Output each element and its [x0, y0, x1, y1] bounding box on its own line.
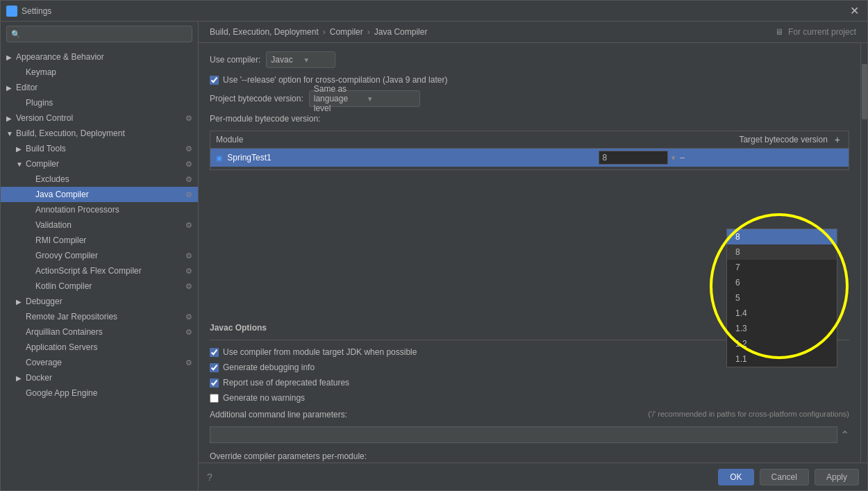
- dropdown-arrow-icon[interactable]: ▼: [669, 154, 676, 162]
- sidebar-item-plugins[interactable]: Plugins: [1, 95, 198, 110]
- arrow-icon: ▶: [16, 298, 26, 306]
- sidebar-item-label: Keymap: [26, 67, 192, 77]
- settings-icon: ⚙: [185, 358, 192, 367]
- sidebar-item-label: Java Compiler: [35, 190, 183, 199]
- javac-option-1-label: Use compiler from module target JDK when…: [223, 347, 417, 357]
- ok-button[interactable]: OK: [718, 469, 753, 485]
- sidebar-item-arquillian[interactable]: Arquillian Containers ⚙: [1, 324, 198, 340]
- footer-buttons: OK Cancel Apply: [718, 469, 859, 485]
- chevron-down-icon: ▼: [303, 56, 331, 64]
- sidebar-tree: ▶ Appearance & Behavior Keymap ▶ Editor …: [1, 47, 198, 490]
- sidebar-item-validation[interactable]: Validation ⚙: [1, 217, 198, 233]
- dropdown-item-1-2[interactable]: 1.2: [727, 336, 837, 351]
- per-module-label: Per-module bytecode version:: [210, 114, 320, 124]
- chevron-down-icon: ▼: [367, 95, 415, 103]
- sidebar-item-version-control[interactable]: ▶ Version Control ⚙: [1, 110, 198, 126]
- javac-option-4-checkbox[interactable]: [210, 394, 219, 403]
- remove-version-button[interactable]: −: [676, 152, 687, 163]
- scrollbar-thumb[interactable]: [862, 64, 867, 119]
- sidebar-item-coverage[interactable]: Coverage ⚙: [1, 355, 198, 370]
- javac-option-1-checkbox[interactable]: [210, 348, 219, 357]
- sidebar-item-keymap[interactable]: Keymap: [1, 65, 198, 80]
- sidebar-item-java-compiler[interactable]: Java Compiler ⚙: [1, 187, 198, 202]
- sidebar-item-label: Arquillian Containers: [26, 327, 183, 337]
- module-col-header: Module: [210, 131, 593, 149]
- sidebar-item-editor[interactable]: ▶ Editor: [1, 80, 198, 95]
- search-input[interactable]: [24, 29, 187, 39]
- search-icon: 🔍: [11, 30, 21, 39]
- sidebar-item-label: Excludes: [35, 174, 183, 184]
- settings-icon: ⚙: [185, 190, 192, 199]
- use-compiler-dropdown[interactable]: Javac ▼: [266, 51, 335, 68]
- help-button[interactable]: ?: [207, 472, 212, 483]
- sidebar-item-label: Groovy Compiler: [35, 251, 183, 260]
- sidebar-item-build-execution[interactable]: ▼ Build, Execution, Deployment: [1, 126, 198, 141]
- settings-icon: ⚙: [185, 251, 192, 260]
- javac-option-3-checkbox[interactable]: [210, 378, 219, 388]
- vertical-scrollbar[interactable]: [860, 43, 867, 463]
- apply-button[interactable]: Apply: [815, 469, 859, 485]
- javac-option-2-checkbox[interactable]: [210, 363, 219, 372]
- sidebar-item-label: Validation: [35, 220, 183, 230]
- sidebar-item-annotation-processors[interactable]: Annotation Processors: [1, 202, 198, 217]
- javac-option-3-row: Report use of deprecated features: [210, 378, 849, 388]
- sidebar-item-rmi-compiler[interactable]: RMI Compiler: [1, 233, 198, 248]
- main-header: Build, Execution, Deployment › Compiler …: [199, 22, 867, 43]
- use-compiler-label: Use compiler:: [210, 55, 260, 65]
- sidebar-item-kotlin-compiler[interactable]: Kotlin Compiler ⚙: [1, 278, 198, 294]
- breadcrumb-part-3: Java Compiler: [374, 27, 428, 37]
- search-box[interactable]: 🔍: [6, 26, 192, 42]
- sidebar-item-excludes[interactable]: Excludes ⚙: [1, 172, 198, 187]
- sidebar-item-build-tools[interactable]: ▶ Build Tools ⚙: [1, 141, 198, 156]
- sidebar-item-groovy-compiler[interactable]: Groovy Compiler ⚙: [1, 248, 198, 263]
- dropdown-item-6[interactable]: 6: [727, 275, 837, 290]
- use-release-option-row: Use '--release' option for cross-compila…: [210, 75, 849, 85]
- cancel-button[interactable]: Cancel: [760, 469, 809, 485]
- sidebar-item-label: Remote Jar Repositories: [26, 312, 183, 322]
- project-icon: 🖥: [775, 27, 783, 37]
- dropdown-item-5[interactable]: 5: [727, 290, 837, 306]
- arrow-icon: ▶: [16, 374, 26, 382]
- sidebar-item-docker[interactable]: ▶ Docker: [1, 370, 198, 385]
- sidebar-item-label: Kotlin Compiler: [35, 281, 183, 291]
- sidebar-item-application-servers[interactable]: Application Servers: [1, 340, 198, 355]
- settings-icon: ⚙: [185, 267, 192, 276]
- dropdown-item-8b[interactable]: 8: [727, 244, 837, 260]
- sidebar-item-label: RMI Compiler: [35, 235, 192, 245]
- sidebar-item-label: Plugins: [26, 98, 192, 108]
- settings-icon: ⚙: [185, 328, 192, 337]
- sidebar-item-actionscript-compiler[interactable]: ActionScript & Flex Compiler ⚙: [1, 263, 198, 278]
- dropdown-item-1-1[interactable]: 1.1: [727, 351, 837, 367]
- sidebar-item-label: Docker: [26, 373, 192, 383]
- sidebar-item-debugger[interactable]: ▶ Debugger: [1, 294, 198, 309]
- dropdown-item-7[interactable]: 7: [727, 260, 837, 275]
- sidebar-item-appearance[interactable]: ▶ Appearance & Behavior: [1, 49, 198, 65]
- target-bytecode-col-header: Target bytecode version +: [593, 131, 849, 149]
- add-module-button[interactable]: +: [832, 134, 843, 145]
- close-button[interactable]: ✕: [847, 4, 862, 17]
- sidebar-item-remote-jar[interactable]: Remote Jar Repositories ⚙: [1, 309, 198, 324]
- version-input[interactable]: [599, 151, 668, 165]
- use-release-checkbox[interactable]: [210, 76, 219, 85]
- javac-option-4-label: Generate no warnings: [223, 393, 305, 403]
- module-icon: ▣: [216, 154, 222, 162]
- sidebar-item-label: Editor: [16, 83, 192, 92]
- use-compiler-row: Use compiler: Javac ▼: [210, 51, 849, 68]
- project-bytecode-label: Project bytecode version:: [210, 94, 303, 103]
- sidebar-item-compiler[interactable]: ▼ Compiler ⚙: [1, 156, 198, 172]
- project-bytecode-dropdown[interactable]: Same as language level ▼: [309, 90, 420, 107]
- dropdown-item-8[interactable]: 8: [727, 229, 837, 244]
- arrow-icon: ▶: [16, 145, 26, 153]
- dropdown-item-1-3[interactable]: 1.3: [727, 321, 837, 336]
- additional-cmd-input[interactable]: [210, 426, 837, 443]
- module-table: Module Target bytecode version +: [210, 131, 849, 167]
- arrow-icon: ▶: [6, 53, 16, 61]
- table-row[interactable]: ▣ SpringTest1 ▼ −: [210, 149, 849, 167]
- dropdown-item-1-4[interactable]: 1.4: [727, 306, 837, 321]
- sidebar-item-google-app-engine[interactable]: Google App Engine: [1, 385, 198, 401]
- additional-cmd-input-row: ⌃: [210, 426, 849, 443]
- main-panel: Build, Execution, Deployment › Compiler …: [199, 22, 867, 490]
- module-name-cell: ▣ SpringTest1: [210, 149, 593, 167]
- settings-icon: ⚙: [185, 221, 192, 230]
- settings-icon: ⚙: [185, 114, 192, 123]
